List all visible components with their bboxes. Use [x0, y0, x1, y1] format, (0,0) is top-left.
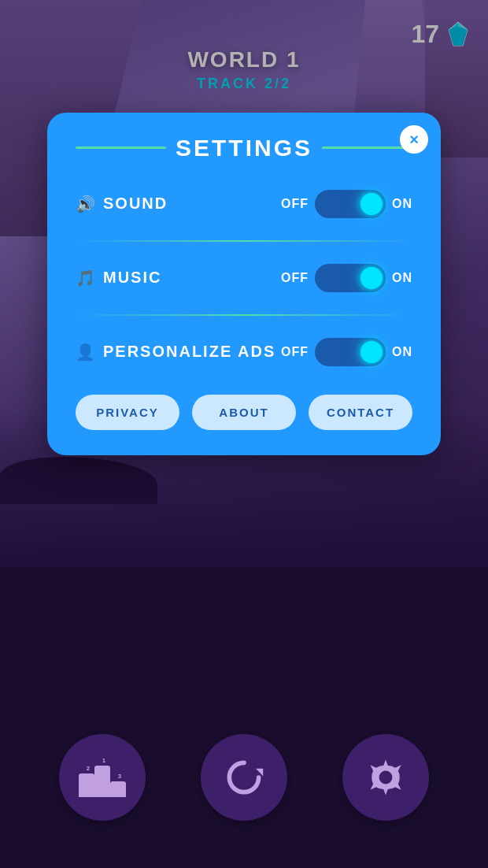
music-icon: 🎵 [76, 269, 95, 287]
ads-setting-row: 👤 PERSONALIZE ADS OFF ON [76, 328, 412, 376]
ads-icon: 👤 [76, 343, 95, 362]
sound-name: SOUND [103, 195, 168, 213]
sound-on-label: ON [392, 197, 412, 211]
ads-off-label: OFF [281, 345, 309, 359]
music-on-label: ON [392, 271, 412, 285]
ads-toggle-thumb [360, 341, 383, 363]
leaderboard-icon: 2 1 3 [79, 758, 126, 797]
divider-2 [76, 314, 412, 316]
replay-icon [222, 755, 266, 799]
close-button[interactable]: × [400, 125, 428, 154]
divider-1 [76, 240, 412, 242]
sound-icon: 🔊 [76, 195, 95, 213]
modal-overlay: × SETTINGS 🔊 SOUND OFF ON [0, 0, 488, 567]
svg-marker-3 [256, 769, 263, 776]
sound-toggle-thumb [360, 193, 383, 215]
settings-title: SETTINGS [176, 135, 312, 161]
music-off-label: OFF [281, 271, 309, 285]
settings-button[interactable] [342, 734, 429, 821]
title-line-right [322, 147, 412, 149]
music-toggle-group: OFF ON [281, 264, 412, 292]
sound-setting-row: 🔊 SOUND OFF ON [76, 180, 412, 228]
sound-label: 🔊 SOUND [76, 195, 281, 213]
music-setting-row: 🎵 MUSIC OFF ON [76, 254, 412, 302]
contact-button[interactable]: CONTACT [309, 395, 412, 430]
replay-button[interactable] [201, 734, 287, 821]
about-button[interactable]: ABOUT [192, 395, 296, 430]
ads-toggle-group: OFF ON [281, 338, 412, 366]
action-buttons: PRIVACY ABOUT CONTACT [76, 395, 412, 430]
privacy-button[interactable]: PRIVACY [76, 395, 179, 430]
ads-label: 👤 PERSONALIZE ADS [76, 343, 281, 362]
music-toggle-thumb [360, 267, 383, 289]
music-toggle[interactable] [315, 264, 386, 292]
ads-on-label: ON [392, 345, 412, 359]
sound-toggle[interactable] [315, 190, 386, 218]
ads-toggle[interactable] [315, 338, 386, 366]
title-line-left [76, 147, 166, 149]
bottom-background [0, 567, 488, 868]
music-label: 🎵 MUSIC [76, 269, 281, 287]
leaderboard-button[interactable]: 2 1 3 [59, 734, 146, 821]
settings-title-row: SETTINGS [76, 135, 412, 161]
svg-point-5 [379, 771, 393, 785]
music-name: MUSIC [103, 269, 161, 287]
ads-name: PERSONALIZE ADS [103, 343, 275, 361]
settings-modal: × SETTINGS 🔊 SOUND OFF ON [47, 113, 441, 455]
bottom-nav: 2 1 3 [0, 734, 488, 821]
settings-nav-icon [364, 755, 408, 799]
sound-off-label: OFF [281, 197, 309, 211]
sound-toggle-group: OFF ON [281, 190, 412, 218]
